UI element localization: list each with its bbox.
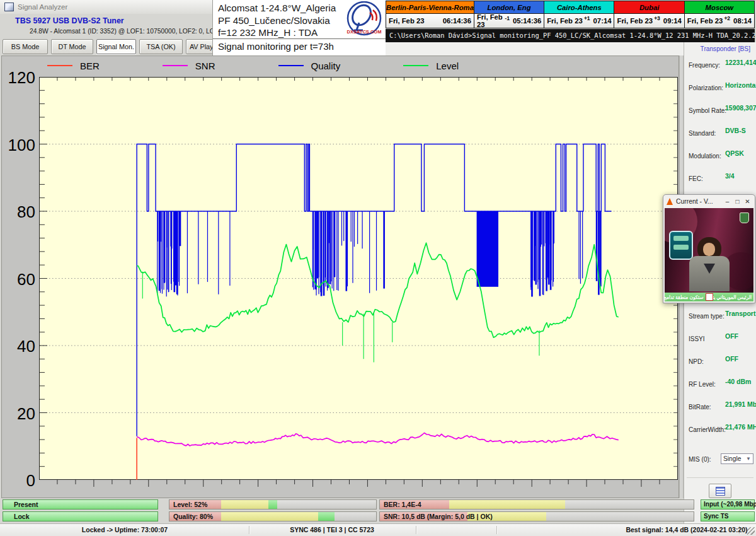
tuner-details: 24.8W - Alcomsat 1 (ID: 3352) @ LOF1: 10… xyxy=(30,28,236,35)
legend-item-ber: BER xyxy=(47,61,100,71)
y-tick-100: 100 xyxy=(2,137,35,153)
transponder-row-polarization: Polarization:Horizontal xyxy=(689,81,755,90)
chart-panel: BERSNRQualityLevel 120100806040200 xyxy=(1,55,679,498)
app-icon xyxy=(4,3,14,11)
tab-dt-mode[interactable]: DT Mode xyxy=(51,39,93,54)
mode-tabs: BS ModeDT ModeSignal Mon.TSA (OK)AV Play… xyxy=(3,39,223,54)
mis-dropdown[interactable]: Single ▼ xyxy=(721,453,753,464)
presenter-blazer xyxy=(689,256,730,291)
transponder-row-frequency: Frequency:12231,414 MHz xyxy=(689,59,755,67)
world-clocks: Berlin-Paris-Vienna-RomaFri, Feb 2306:14… xyxy=(386,1,755,28)
present-indicator: Present xyxy=(3,499,158,510)
y-tick-20: 20 xyxy=(2,405,35,422)
presenter-blouse xyxy=(704,264,715,274)
chart-legend: BERSNRQualityLevel xyxy=(47,58,522,73)
transponder-row-modulation: Modulation:QPSK xyxy=(689,149,755,158)
level-meter: Level: 52% xyxy=(169,499,377,510)
clock-time-row: Fri, Feb 2306:14:36 xyxy=(386,14,474,28)
clock-london-eng: London, EngFri, Feb 23-105:14:36 xyxy=(474,1,544,28)
tuner-name: TBS 5927 USB DVB-S2 Tuner xyxy=(15,16,124,25)
ticker-text-left: ستكون منطقة تدامج ويعسر تبادل xyxy=(665,294,706,300)
command-prompt-line: C:\Users\Roman Dávid>Signal monitoring_P… xyxy=(386,29,755,42)
dxsatcs-logo: DXSATCS.COM xyxy=(344,1,384,38)
vlc-titlebar[interactable]: Current - V... – □ ✕ xyxy=(663,195,755,208)
signal-analyzer-app: Signal Analyzer TBS 5927 USB DVB-S2 Tune… xyxy=(0,0,756,536)
filler-strip xyxy=(386,42,684,55)
vlc-video-area[interactable]: ستكون منطقة تدامج ويعسر تبادل الرئيس الم… xyxy=(665,208,753,301)
vlc-cone-icon xyxy=(667,198,673,205)
statusbar-divider xyxy=(416,526,416,534)
signal-chart xyxy=(39,77,678,489)
clock-time-row: Fri, Feb 23+107:14 xyxy=(544,14,614,28)
minimize-button[interactable]: – xyxy=(723,198,731,205)
statusbar-divider xyxy=(496,526,497,534)
clock-city: London, Eng xyxy=(474,1,544,14)
mis-label: MIS (0): xyxy=(689,456,711,463)
ber-meter: BER: 1,4E-4 xyxy=(379,499,694,510)
presenter-face xyxy=(703,243,715,256)
maximize-button[interactable]: □ xyxy=(733,198,742,205)
uptime-status: Locked -> Uptime: 73:00:07 xyxy=(82,526,168,533)
transponder-header: Transponder [BS] xyxy=(701,45,750,52)
channel-crest-logo xyxy=(740,213,749,223)
meter-fill-green xyxy=(268,500,277,509)
titlebar: Signal Analyzer xyxy=(0,0,213,14)
legend-line-swatch xyxy=(278,65,304,66)
legend-item-snr: SNR xyxy=(163,61,215,71)
y-tick-80: 80 xyxy=(2,204,35,220)
legend-line-swatch xyxy=(403,65,428,66)
legend-line-swatch xyxy=(47,65,72,66)
legend-item-quality: Quality xyxy=(278,61,341,71)
close-button[interactable]: ✕ xyxy=(743,198,752,205)
y-tick-120: 120 xyxy=(2,69,35,86)
y-tick-60: 60 xyxy=(2,271,35,288)
tab-signal-mon[interactable]: Signal Mon. xyxy=(96,39,136,54)
quality-meter: Quality: 80% xyxy=(169,511,377,521)
logo-text-svg: DXSATCS.COM xyxy=(347,29,382,35)
transponder-row-npd: NPD:OFF xyxy=(689,355,755,364)
transponder-row-fec: FEC:3/4 xyxy=(689,172,755,181)
y-tick-0: 0 xyxy=(2,472,35,489)
transponder-row-rf-level: RF Level:-40 dBm xyxy=(689,378,755,387)
tab-bs-mode[interactable]: BS Mode xyxy=(3,39,48,54)
ticker-text-right: الرئيس الموريتاني يتلقى دعوة xyxy=(713,294,754,300)
meter-fill-green xyxy=(318,512,335,521)
monitoring-duration: Signal monitoring per t=73h xyxy=(213,39,386,52)
transponder-row-stream-type: Stream type:Transport xyxy=(689,310,755,318)
clock-berlin-paris-vienna-roma: Berlin-Paris-Vienna-RomaFri, Feb 2306:14… xyxy=(386,1,474,28)
resize-grip[interactable] xyxy=(747,527,755,535)
clock-time-row: Fri, Feb 23-105:14:36 xyxy=(474,14,544,28)
chevron-down-icon: ▼ xyxy=(746,454,751,464)
clock-city: Berlin-Paris-Vienna-Roma xyxy=(386,1,474,14)
studio-sign-graphic xyxy=(669,231,693,260)
clock-city: Dubai xyxy=(614,1,684,14)
window-title: Signal Analyzer xyxy=(18,3,67,11)
transponder-row-carrierwidth: CarrierWidth:21,476 MHz xyxy=(689,423,755,432)
y-tick-40: 40 xyxy=(2,338,35,354)
clock-city: Moscow xyxy=(685,1,754,14)
legend-item-level: Level xyxy=(403,61,459,71)
meter-fill-yellow xyxy=(221,500,268,509)
meter-fill-yellow xyxy=(449,500,565,509)
statusbar-divider xyxy=(249,526,249,534)
best-signal-status: Best signal: 14,4 dB (2024-02-21 03:20) xyxy=(626,526,747,533)
clock-city: Cairo-Athens xyxy=(544,1,614,14)
sync-status: SYNC 486 | TEI 3 | CC 5723 xyxy=(290,526,374,533)
legend-line-swatch xyxy=(163,65,188,66)
transponder-row-issyi: ISSYIOFF xyxy=(689,332,755,341)
vlc-window[interactable]: Current - V... – □ ✕ ستكون منطقة تدامج و… xyxy=(663,194,755,303)
transponder-row-symbol-rate: Symbol Rate:15908,307 KS/s xyxy=(689,104,755,113)
clock-moscow: MoscowFri, Feb 23+208:14 xyxy=(685,1,755,28)
tab-tsa-ok[interactable]: TSA (OK) xyxy=(139,39,183,54)
snr-meter: SNR: 10,5 dB (Margin: 5,0 dB | OK) xyxy=(379,511,694,521)
clock-cairo-athens: Cairo-AthensFri, Feb 23+107:14 xyxy=(544,1,614,28)
lock-indicator: Lock xyxy=(3,511,158,521)
clock-dubai: DubaiFri, Feb 23+309:14 xyxy=(614,1,684,28)
clock-time-row: Fri, Feb 23+208:14 xyxy=(685,14,754,28)
transponder-row-standard: Standard:DVB-S xyxy=(689,127,755,136)
list-icon xyxy=(716,487,725,496)
input-indicator: Input (~20,98 Mbps) xyxy=(701,499,755,510)
ticker-separator-box xyxy=(706,293,713,301)
transponder-row-bitrate: BitRate:21,991 Mbit/s xyxy=(689,400,755,409)
transponder-list-button[interactable] xyxy=(709,484,731,498)
